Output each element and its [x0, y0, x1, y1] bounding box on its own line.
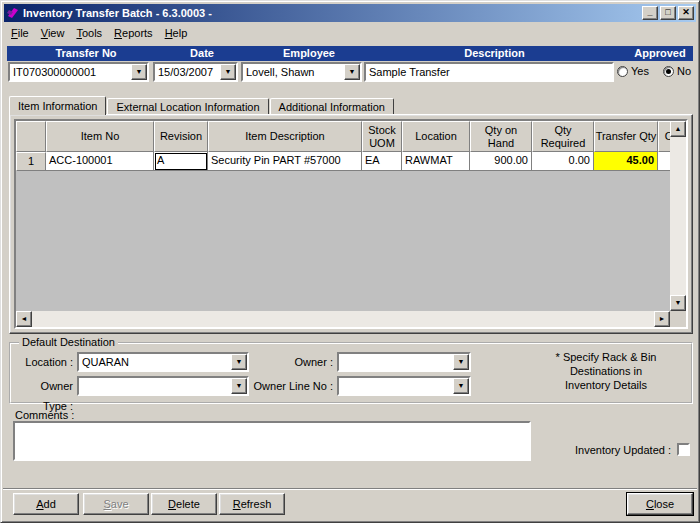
chevron-down-icon[interactable]: ▼ — [231, 378, 247, 394]
employee-label: Employee — [269, 47, 349, 59]
add-button[interactable]: Add — [13, 493, 79, 515]
menu-view[interactable]: View — [35, 25, 71, 41]
rack-bin-note: * Specify Rack & Bin Destinations in Inv… — [531, 350, 681, 392]
menu-tools[interactable]: Tools — [70, 25, 108, 41]
tab-additional-information[interactable]: Additional Information — [270, 98, 394, 115]
approved-yes-option[interactable]: Yes — [617, 65, 649, 77]
scroll-right-icon[interactable]: ► — [654, 311, 670, 327]
close-button-icon[interactable]: ✕ — [678, 6, 694, 20]
tab-strip: Item Information External Location Infor… — [9, 96, 395, 115]
table-row[interactable]: 1 ACC-100001 A Security Pin PART #57000 … — [16, 152, 670, 171]
item-description-cell[interactable]: Security Pin PART #57000 — [208, 152, 362, 171]
chevron-down-icon[interactable]: ▼ — [344, 64, 360, 80]
header-band: Transfer No Date Employee Description Ap… — [7, 46, 693, 61]
transfer-qty-cell[interactable]: 45.00 — [594, 152, 658, 171]
inventory-updated-label: Inventory Updated : — [561, 444, 671, 456]
owner-combo[interactable]: ▼ — [337, 352, 471, 372]
item-no-cell[interactable]: ACC-100001 — [46, 152, 154, 171]
scroll-down-icon[interactable]: ▼ — [670, 295, 686, 311]
description-label: Description — [437, 47, 552, 59]
transfer-no-label: Transfer No — [31, 47, 141, 59]
owner-line-no-combo[interactable]: ▼ — [337, 376, 471, 396]
col-header-truncated[interactable]: O — [658, 121, 670, 152]
revision-cell[interactable]: A — [154, 152, 208, 171]
owner-line-no-value[interactable] — [339, 378, 453, 394]
delete-button[interactable]: Delete — [151, 493, 217, 515]
scrollbar-corner — [670, 311, 686, 327]
qty-on-hand-cell[interactable]: 900.00 — [470, 152, 532, 171]
approved-label: Approved — [629, 47, 691, 59]
chevron-down-icon[interactable]: ▼ — [453, 378, 469, 394]
owner-label: Owner : — [251, 352, 333, 372]
approved-yes-label: Yes — [631, 65, 649, 77]
items-grid: Item No Revision Item Description Stock … — [14, 119, 688, 329]
inventory-updated-checkbox[interactable] — [677, 443, 690, 456]
vertical-scrollbar[interactable]: ▲ ▼ — [670, 121, 686, 311]
tab-external-location-information[interactable]: External Location Information — [107, 98, 268, 115]
horizontal-scrollbar[interactable]: ◄ ► — [16, 311, 670, 327]
truncated-cell[interactable] — [658, 152, 670, 171]
owner-line-no-label: Owner Line No : — [251, 376, 333, 396]
owner-type-value[interactable] — [79, 378, 231, 394]
scroll-left-icon[interactable]: ◄ — [16, 311, 32, 327]
row-number-cell[interactable]: 1 — [16, 152, 46, 171]
maximize-button-icon[interactable]: □ — [660, 6, 676, 20]
radio-checked-icon[interactable] — [663, 66, 674, 77]
save-button[interactable]: Save — [83, 493, 149, 515]
menu-file[interactable]: File — [5, 25, 35, 41]
app-icon — [6, 6, 20, 20]
col-header-stock-uom[interactable]: Stock UOM — [362, 121, 402, 152]
close-button[interactable]: Close — [627, 493, 693, 515]
transfer-no-combo[interactable]: IT070300000001 ▼ — [8, 62, 149, 82]
date-label: Date — [167, 47, 237, 59]
item-information-panel: Item No Revision Item Description Stock … — [9, 114, 693, 334]
refresh-button[interactable]: Refresh — [219, 493, 285, 515]
transfer-no-value[interactable]: IT070300000001 — [10, 64, 131, 80]
comments-label: Comments : — [15, 409, 74, 421]
menu-help[interactable]: Help — [159, 25, 194, 41]
chevron-down-icon[interactable]: ▼ — [220, 64, 236, 80]
tab-item-information[interactable]: Item Information — [9, 96, 106, 115]
scroll-up-icon[interactable]: ▲ — [670, 121, 686, 137]
chevron-down-icon[interactable]: ▼ — [231, 354, 247, 370]
date-combo[interactable]: 15/03/2007 ▼ — [153, 62, 238, 82]
grid-header-row: Item No Revision Item Description Stock … — [16, 121, 670, 152]
radio-icon[interactable] — [617, 66, 628, 77]
stock-uom-cell[interactable]: EA — [362, 152, 402, 171]
location-label: Location : — [15, 352, 73, 372]
col-header-location[interactable]: Location — [402, 121, 470, 152]
employee-combo[interactable]: Lovell, Shawn ▼ — [241, 62, 362, 82]
approved-radio-group: Yes No — [617, 65, 691, 77]
minimize-button-icon[interactable]: _ — [642, 6, 658, 20]
approved-no-label: No — [677, 65, 691, 77]
owner-type-combo[interactable]: ▼ — [77, 376, 249, 396]
chevron-down-icon[interactable]: ▼ — [131, 64, 147, 80]
col-header-qty-on-hand[interactable]: Qty on Hand — [470, 121, 532, 152]
col-header-revision[interactable]: Revision — [154, 121, 208, 152]
qty-required-cell[interactable]: 0.00 — [532, 152, 594, 171]
app-window: Inventory Transfer Batch - 6.3.0003 - _ … — [0, 0, 700, 523]
date-value[interactable]: 15/03/2007 — [155, 64, 220, 80]
location-combo[interactable]: QUARAN ▼ — [77, 352, 249, 372]
button-bar-divider — [3, 488, 697, 490]
col-header-rownum[interactable] — [16, 121, 46, 152]
window-title: Inventory Transfer Batch - 6.3.0003 - — [23, 7, 642, 19]
location-value[interactable]: QUARAN — [79, 354, 231, 370]
comments-input[interactable] — [13, 421, 531, 461]
col-header-item-description[interactable]: Item Description — [208, 121, 362, 152]
owner-value[interactable] — [339, 354, 453, 370]
col-header-item-no[interactable]: Item No — [46, 121, 154, 152]
title-bar[interactable]: Inventory Transfer Batch - 6.3.0003 - _ … — [4, 4, 696, 22]
description-input[interactable]: Sample Transfer — [364, 62, 614, 82]
col-header-qty-required[interactable]: Qty Required — [532, 121, 594, 152]
menu-reports[interactable]: Reports — [108, 25, 159, 41]
menu-bar: File View Tools Reports Help — [5, 24, 695, 41]
grid-empty-area — [16, 171, 670, 311]
default-destination-group: Default Destination Location : QUARAN ▼ … — [9, 342, 693, 404]
location-cell[interactable]: RAWMAT — [402, 152, 470, 171]
employee-value[interactable]: Lovell, Shawn — [243, 64, 344, 80]
chevron-down-icon[interactable]: ▼ — [453, 354, 469, 370]
approved-no-option[interactable]: No — [663, 65, 691, 77]
default-destination-title: Default Destination — [19, 336, 118, 348]
col-header-transfer-qty[interactable]: Transfer Qty — [594, 121, 658, 152]
